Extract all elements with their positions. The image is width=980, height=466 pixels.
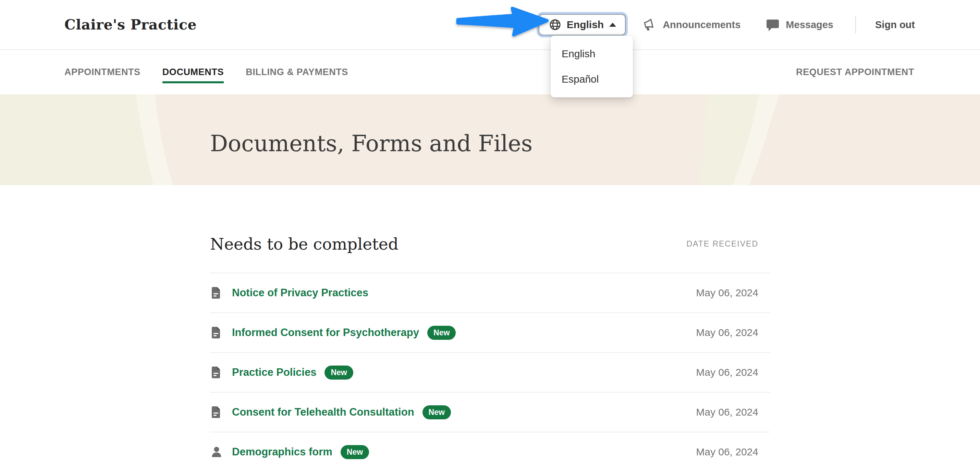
nav-tabs: APPOINTMENTS DOCUMENTS BILLING & PAYMENT…	[64, 67, 348, 78]
sign-out-label: Sign out	[875, 19, 915, 30]
tab-appointments[interactable]: APPOINTMENTS	[64, 67, 140, 78]
section-title: Needs to be completed	[210, 235, 399, 254]
date-received: May 06, 2024	[696, 287, 770, 298]
section-header: Needs to be completed DATE RECEIVED	[210, 235, 770, 254]
sign-out-link[interactable]: Sign out	[875, 19, 915, 30]
row-icon-wrap	[210, 406, 226, 418]
tab-documents[interactable]: DOCUMENTS	[162, 67, 224, 78]
header-actions: English Announcements Messages	[539, 14, 915, 35]
table-row: Informed Consent for Psychotherapy New M…	[210, 313, 770, 352]
documents-section: Needs to be completed DATE RECEIVED Noti…	[210, 235, 770, 466]
document-icon	[211, 366, 221, 378]
table-row: Notice of Privacy Practices May 06, 2024	[210, 273, 770, 313]
date-received: May 06, 2024	[696, 327, 770, 338]
table-row: Consent for Telehealth Consultation New …	[210, 392, 770, 432]
messages-label: Messages	[786, 19, 834, 30]
document-icon	[211, 287, 221, 299]
document-link[interactable]: Demographics form	[232, 446, 332, 458]
date-received-column-header: DATE RECEIVED	[686, 239, 770, 249]
messages-link[interactable]: Messages	[766, 18, 834, 32]
practice-name: Claire's Practice	[64, 16, 197, 33]
hero-banner: Documents, Forms and Files	[0, 94, 980, 185]
language-selector-label: English	[567, 19, 604, 30]
announcements-label: Announcements	[663, 19, 740, 30]
language-option-english[interactable]: English	[550, 41, 633, 67]
request-appointment-link[interactable]: REQUEST APPOINTMENT	[796, 67, 914, 78]
date-received: May 06, 2024	[696, 367, 770, 378]
new-badge: New	[427, 326, 456, 340]
date-received: May 06, 2024	[696, 406, 770, 418]
person-icon	[211, 446, 223, 458]
announcements-link[interactable]: Announcements	[641, 17, 740, 32]
row-icon-wrap	[210, 446, 226, 458]
tab-billing-payments[interactable]: BILLING & PAYMENTS	[246, 67, 348, 78]
document-link[interactable]: Informed Consent for Psychotherapy	[232, 326, 419, 339]
new-badge: New	[325, 365, 353, 380]
megaphone-icon	[641, 17, 657, 32]
client-portal-page: Claire's Practice English	[0, 0, 980, 466]
document-link[interactable]: Consent for Telehealth Consultation	[232, 406, 414, 418]
speech-bubble-icon	[766, 18, 780, 32]
document-icon	[211, 326, 221, 339]
date-received: May 06, 2024	[696, 446, 770, 458]
language-selector-button[interactable]: English	[539, 14, 626, 35]
document-icon	[211, 406, 221, 418]
language-option-espanol[interactable]: Español	[550, 67, 633, 92]
table-row: Demographics form New May 06, 2024	[210, 432, 770, 466]
row-icon-wrap	[210, 366, 226, 378]
language-menu: English Español	[550, 36, 633, 97]
page-title: Documents, Forms and Files	[210, 131, 533, 156]
new-badge: New	[423, 405, 451, 420]
main-nav: APPOINTMENTS DOCUMENTS BILLING & PAYMENT…	[0, 50, 980, 94]
document-link[interactable]: Notice of Privacy Practices	[232, 287, 368, 299]
caret-up-icon	[609, 22, 616, 27]
top-header: Claire's Practice English	[0, 0, 980, 50]
table-row: Practice Policies New May 06, 2024	[210, 352, 770, 392]
row-icon-wrap	[210, 326, 226, 339]
new-badge: New	[340, 445, 369, 459]
row-icon-wrap	[210, 287, 226, 299]
documents-list: Notice of Privacy Practices May 06, 2024…	[210, 273, 770, 466]
globe-icon	[549, 19, 561, 31]
header-divider	[855, 16, 856, 34]
document-link[interactable]: Practice Policies	[232, 366, 316, 378]
